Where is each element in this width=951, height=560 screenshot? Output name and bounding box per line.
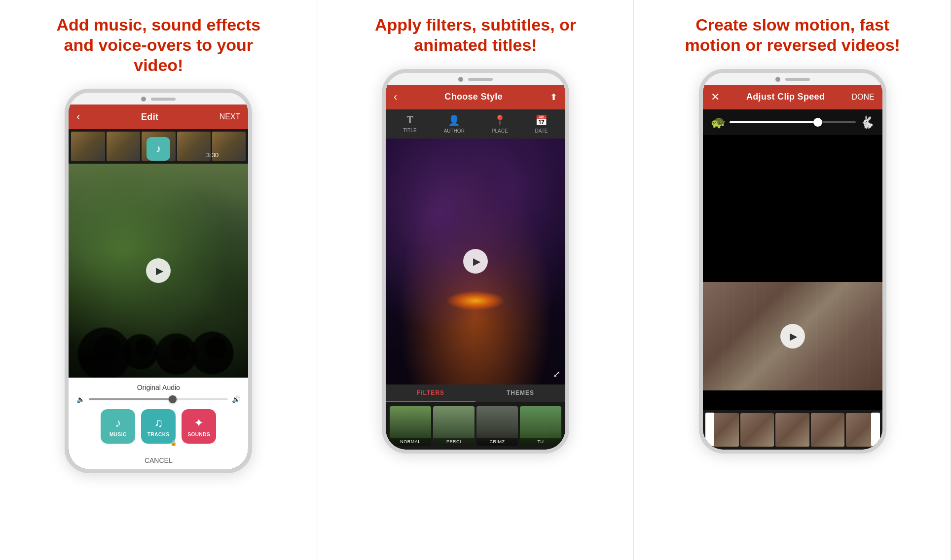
tab-title[interactable]: T TITLE bbox=[403, 114, 416, 134]
phone-1-screen: ‹ Edit NEXT ♪ 3:30 bbox=[69, 105, 248, 469]
filmstrip-handle-right[interactable] bbox=[871, 413, 880, 446]
speaker-grille-2 bbox=[468, 78, 493, 81]
candles-glow bbox=[446, 291, 505, 311]
speed-controls: 🐢 🐇 bbox=[703, 109, 882, 135]
close-button[interactable]: ✕ bbox=[711, 91, 720, 104]
cancel-label[interactable]: CANCEL bbox=[145, 456, 173, 464]
camera-dot bbox=[141, 97, 146, 102]
play-button-3[interactable]: ▶ bbox=[780, 324, 805, 349]
video-preview-2[interactable]: ▶ ⤢ bbox=[386, 139, 565, 385]
panel-1: Add music, sound effects and voice-overs… bbox=[0, 0, 317, 560]
slow-speed-icon: 🐢 bbox=[711, 115, 726, 129]
speed-slider[interactable] bbox=[730, 121, 856, 123]
filmstrip-frame-3 bbox=[775, 413, 809, 447]
tracks-label: TRACKS bbox=[147, 432, 170, 437]
black-section-bottom bbox=[703, 390, 882, 410]
speed-slider-fill bbox=[730, 121, 818, 123]
panel-3-headline: Create slow motion, fast motion or rever… bbox=[674, 15, 911, 55]
tab-place[interactable]: 📍 PLACE bbox=[492, 114, 508, 134]
filter-thumbnails: NORMAL PERCI CRIMZ TU bbox=[386, 402, 565, 450]
panel-2-headline: Apply filters, subtitles, or animated ti… bbox=[357, 15, 594, 55]
lock-icon: 🔒 bbox=[170, 440, 177, 446]
author-icon: 👤 bbox=[448, 114, 460, 126]
toolbar-tabs: T TITLE 👤 AUTHOR 📍 PLACE 📅 DATE bbox=[386, 109, 565, 139]
expand-icon[interactable]: ⤢ bbox=[553, 369, 560, 380]
tab-place-label: PLACE bbox=[492, 128, 508, 134]
filter-perci[interactable]: PERCI bbox=[433, 406, 475, 446]
back-button[interactable]: ‹ bbox=[76, 110, 80, 123]
panel-2: Apply filters, subtitles, or animated ti… bbox=[317, 0, 634, 560]
filmstrip-frame-4 bbox=[811, 413, 844, 447]
date-icon: 📅 bbox=[535, 114, 548, 126]
phone-3: ✕ Adjust Clip Speed DONE 🐢 🐇 ▶ bbox=[699, 69, 886, 454]
filter-normal-label: NORMAL bbox=[390, 438, 431, 446]
audio-label: Original Audio bbox=[76, 384, 240, 391]
phone-1-notch bbox=[69, 93, 248, 105]
phone-2: ‹ Choose Style ⬆ T TITLE 👤 AUTHOR 📍 PLAC… bbox=[382, 69, 569, 454]
speed-app-bar: ✕ Adjust Clip Speed DONE bbox=[703, 85, 882, 109]
play-button-2[interactable]: ▶ bbox=[463, 249, 488, 274]
play-button-1[interactable]: ▶ bbox=[146, 258, 171, 283]
timeline-strip[interactable]: ♪ 3:30 bbox=[69, 129, 248, 164]
tab-title-label: TITLE bbox=[403, 128, 416, 133]
themes-tab[interactable]: THEMES bbox=[476, 385, 565, 402]
style-app-bar: ‹ Choose Style ⬆ bbox=[386, 85, 565, 109]
music-icon: ♪ bbox=[115, 416, 121, 430]
tab-author-label: AUTHOR bbox=[444, 128, 465, 134]
slider-fill bbox=[89, 398, 172, 400]
filters-tab[interactable]: FILTERS bbox=[386, 385, 476, 402]
filter-crimz[interactable]: CRIMZ bbox=[476, 406, 518, 446]
filter-tu[interactable]: TU bbox=[520, 406, 561, 446]
tab-author[interactable]: 👤 AUTHOR bbox=[444, 114, 465, 134]
panel-1-headline: Add music, sound effects and voice-overs… bbox=[40, 15, 277, 75]
panel-3: Create slow motion, fast motion or rever… bbox=[634, 0, 951, 560]
tab-date-label: DATE bbox=[535, 128, 548, 134]
phone-3-screen: ✕ Adjust Clip Speed DONE 🐢 🐇 ▶ bbox=[703, 85, 882, 450]
volume-slider[interactable] bbox=[89, 398, 228, 400]
filter-tabs-bar: FILTERS THEMES bbox=[386, 385, 565, 402]
done-button[interactable]: DONE bbox=[851, 93, 874, 102]
cancel-bar: CANCEL bbox=[69, 452, 248, 469]
camera-dot-2 bbox=[458, 77, 463, 82]
sounds-icon: ✦ bbox=[194, 416, 204, 430]
video-preview-1[interactable]: ▶ bbox=[69, 164, 248, 378]
timeline-thumb-1 bbox=[71, 132, 105, 161]
upload-button[interactable]: ⬆ bbox=[550, 92, 557, 103]
speed-title: Adjust Clip Speed bbox=[746, 92, 825, 102]
music-button[interactable]: ♪ MUSIC bbox=[101, 409, 135, 444]
play-icon: ▶ bbox=[156, 265, 163, 277]
timeline-thumb-2 bbox=[107, 132, 140, 161]
filter-perci-label: PERCI bbox=[433, 438, 475, 446]
fast-speed-icon: 🐇 bbox=[860, 115, 875, 129]
edit-app-bar: ‹ Edit NEXT bbox=[69, 105, 248, 129]
filter-normal[interactable]: NORMAL bbox=[390, 406, 431, 446]
phone-2-screen: ‹ Choose Style ⬆ T TITLE 👤 AUTHOR 📍 PLAC… bbox=[386, 85, 565, 450]
filmstrip-frame-2 bbox=[740, 413, 774, 447]
camera-dot-3 bbox=[775, 77, 780, 82]
next-button[interactable]: NEXT bbox=[219, 112, 241, 121]
media-buttons: ♪ MUSIC ♫ TRACKS 🔒 ✦ SOUNDS bbox=[76, 407, 240, 446]
video-preview-3[interactable]: ▶ bbox=[703, 282, 882, 390]
filmstrip[interactable] bbox=[703, 410, 882, 450]
tracks-button[interactable]: ♫ TRACKS 🔒 bbox=[141, 409, 176, 444]
black-section-top bbox=[703, 135, 882, 282]
filter-tu-label: TU bbox=[520, 438, 561, 446]
sounds-label: SOUNDS bbox=[187, 432, 210, 437]
music-label: MUSIC bbox=[110, 432, 127, 437]
filmstrip-handle-left[interactable] bbox=[705, 413, 714, 446]
timestamp: 3:30 bbox=[206, 151, 219, 159]
speed-slider-thumb[interactable] bbox=[813, 118, 822, 127]
play-icon-3: ▶ bbox=[790, 330, 797, 342]
sounds-button[interactable]: ✦ SOUNDS bbox=[182, 409, 216, 444]
play-icon-2: ▶ bbox=[473, 255, 480, 267]
tracks-icon: ♫ bbox=[154, 416, 163, 430]
audio-section: Original Audio 🔈 🔊 ♪ MUSIC ♫ bbox=[69, 378, 248, 452]
slider-thumb[interactable] bbox=[169, 395, 177, 403]
music-badge: ♪ bbox=[146, 137, 170, 161]
title-icon: T bbox=[406, 114, 413, 126]
music-note-icon: ♪ bbox=[156, 142, 161, 155]
volume-high-icon: 🔊 bbox=[232, 395, 240, 403]
tab-date[interactable]: 📅 DATE bbox=[535, 114, 548, 134]
phone-3-notch bbox=[703, 73, 882, 85]
back-button-2[interactable]: ‹ bbox=[394, 91, 397, 104]
